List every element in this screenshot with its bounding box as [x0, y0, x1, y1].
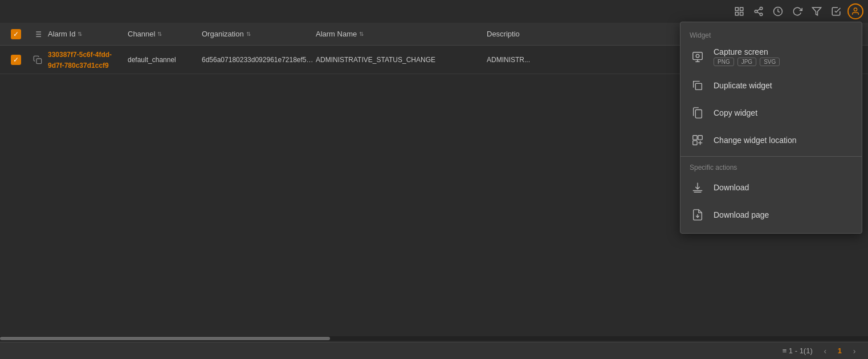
pagination-info: ≡ 1 - 1(1) [783, 346, 813, 355]
capture-screen-icon [690, 49, 706, 65]
filter-icon-header[interactable] [27, 30, 48, 39]
header-checkbox[interactable]: ✓ [5, 29, 27, 39]
svg-rect-23 [693, 136, 697, 140]
col-header-organization[interactable]: Organization ⇅ [202, 30, 316, 38]
menu-divider [680, 156, 862, 157]
svg-rect-22 [695, 110, 702, 119]
svg-rect-0 [735, 7, 738, 10]
change-location-icon [690, 132, 706, 148]
user-menu-icon[interactable] [847, 3, 863, 19]
svg-rect-24 [698, 136, 702, 140]
col-header-alarm-name[interactable]: Alarm Name ⇅ [316, 30, 487, 38]
clock-icon[interactable] [770, 3, 786, 19]
cell-channel: default_channel [128, 56, 202, 64]
capture-screen-content: Capture screen PNG JPG SVG [714, 47, 780, 66]
sort-icon-channel: ⇅ [157, 31, 162, 37]
pagination-next-button[interactable]: › [847, 344, 861, 358]
menu-item-capture-screen[interactable]: Capture screen PNG JPG SVG [680, 42, 862, 72]
row-checkbox[interactable]: ✓ [5, 55, 27, 65]
svg-line-7 [757, 12, 760, 14]
menu-item-download[interactable]: Download [680, 174, 862, 201]
col-header-channel[interactable]: Channel ⇅ [128, 30, 202, 38]
cell-alarm-name: ADMINISTRATIVE_STATUS_CHANGE [316, 56, 487, 64]
capture-badges: PNG JPG SVG [714, 58, 780, 66]
pagination-current-page: 1 [838, 346, 842, 355]
sort-icon-alarm-name: ⇅ [359, 31, 364, 37]
cell-organization: 6d56a07180233d092961e7218ef567b5_org [202, 56, 316, 64]
bottom-bar: ≡ 1 - 1(1) ‹ 1 › [0, 342, 868, 359]
svg-point-6 [760, 13, 763, 16]
duplicate-widget-icon [690, 77, 706, 93]
pagination-prev-button[interactable]: ‹ [818, 344, 832, 358]
cell-alarm-id: 330387f7-5c6f-4fdd-9d7f-780c37d1ccf9 [48, 49, 128, 71]
scrollbar-thumb[interactable] [0, 337, 330, 340]
sort-icon-organization: ⇅ [246, 31, 251, 37]
share-icon[interactable] [751, 3, 767, 19]
download-icon [690, 180, 706, 195]
widget-dropdown-menu: Widget Capture screen PNG JPG SVG Dupl [680, 22, 862, 234]
menu-section-specific: Specific actions [680, 159, 862, 174]
badge-png: PNG [714, 58, 734, 66]
svg-line-8 [757, 9, 760, 11]
row-copy-icon[interactable] [27, 55, 48, 64]
copy-widget-icon [690, 105, 706, 121]
download-page-icon [690, 207, 706, 223]
menu-section-widget: Widget [680, 27, 862, 42]
svg-point-11 [854, 8, 857, 11]
svg-rect-2 [735, 13, 738, 15]
top-toolbar [727, 0, 868, 23]
menu-item-duplicate-widget[interactable]: Duplicate widget [680, 72, 862, 99]
checkbox-icon[interactable] [828, 3, 844, 19]
filter-icon[interactable] [809, 3, 825, 19]
svg-point-5 [755, 10, 757, 13]
svg-rect-1 [740, 7, 743, 10]
refresh-icon[interactable] [789, 3, 805, 19]
col-header-alarm-id[interactable]: Alarm Id ⇅ [48, 30, 128, 38]
svg-rect-19 [693, 52, 703, 59]
grid-icon[interactable] [731, 3, 747, 19]
menu-item-change-widget-location[interactable]: Change widget location [680, 127, 862, 154]
svg-point-20 [696, 54, 699, 58]
select-all-checkbox[interactable]: ✓ [11, 29, 21, 39]
badge-jpg: JPG [737, 58, 756, 66]
menu-item-copy-widget[interactable]: Copy widget [680, 99, 862, 127]
sort-icon-alarm-id: ⇅ [78, 31, 82, 37]
svg-rect-18 [36, 59, 42, 64]
svg-rect-3 [740, 13, 743, 15]
svg-rect-25 [693, 141, 697, 145]
svg-point-4 [760, 7, 763, 10]
menu-item-download-page[interactable]: Download page [680, 201, 862, 229]
horizontal-scrollbar[interactable] [0, 336, 868, 341]
svg-marker-10 [813, 7, 821, 15]
svg-rect-21 [695, 83, 702, 89]
badge-svg: SVG [760, 58, 780, 66]
